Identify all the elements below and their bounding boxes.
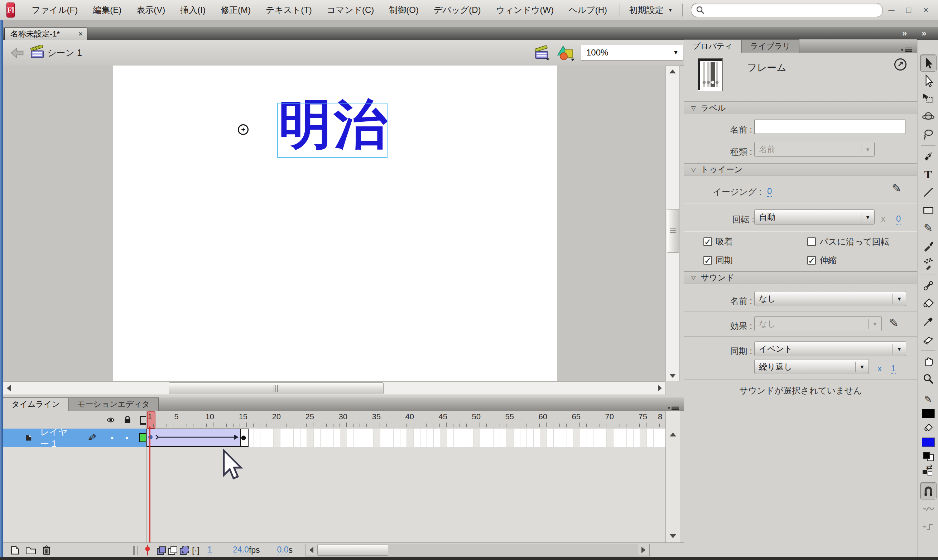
motion-tween-span[interactable]: [146, 429, 241, 447]
stage-hscrollbar[interactable]: [3, 382, 665, 395]
scroll-right-arrow[interactable]: [655, 382, 665, 395]
rotate-select[interactable]: 自動▼: [754, 209, 875, 225]
hscroll-thumb[interactable]: [317, 545, 388, 556]
deco-tool[interactable]: [920, 255, 936, 272]
menu-item-3[interactable]: 挿入(I): [173, 0, 213, 20]
lock-layers-icon[interactable]: [123, 415, 132, 424]
new-layer-button[interactable]: [10, 545, 20, 555]
modify-markers-button[interactable]: [·]: [192, 545, 200, 555]
text-tool[interactable]: T: [920, 166, 936, 183]
pencil-tool[interactable]: ✎: [920, 220, 936, 237]
fill-color-swatch[interactable]: [920, 435, 936, 449]
section-sound[interactable]: ▽ サウンド: [684, 271, 917, 284]
timeline-empty-area[interactable]: [3, 447, 665, 543]
paint-bucket-tool[interactable]: [920, 295, 936, 312]
timeline-hscrollbar[interactable]: [305, 544, 650, 557]
minimize-button[interactable]: ─: [883, 0, 900, 20]
scroll-left-arrow[interactable]: [3, 382, 14, 395]
document-tab[interactable]: 名称未設定-1* ×: [4, 28, 88, 40]
bone-tool[interactable]: [920, 277, 936, 294]
close-icon[interactable]: ×: [74, 29, 87, 38]
zoom-level-combobox[interactable]: 100% ▼: [581, 45, 683, 60]
menu-item-7[interactable]: 制御(O): [382, 0, 426, 20]
brush-tool[interactable]: [920, 237, 936, 255]
onion-skin-button[interactable]: [157, 546, 165, 554]
orient-to-path-checkbox[interactable]: パスに沿って回転: [807, 236, 889, 248]
scale-checkbox[interactable]: ✓ 伸縮: [807, 255, 836, 266]
edit-envelope-pencil-icon[interactable]: ✎: [889, 316, 899, 330]
section-tween[interactable]: ▽ トゥイーン: [684, 163, 917, 176]
tab-motion-editor[interactable]: モーションエディタ: [69, 397, 159, 411]
search-box[interactable]: [691, 3, 883, 17]
smooth-option[interactable]: [920, 500, 936, 517]
stroke-color-swatch[interactable]: [920, 407, 936, 420]
pen-tool[interactable]: [920, 148, 936, 165]
eyedropper-tool[interactable]: [920, 313, 936, 330]
quick-jump-icon[interactable]: ↗: [894, 58, 907, 71]
scroll-down-arrow[interactable]: [666, 370, 679, 381]
tab-library[interactable]: ライブラリ: [742, 39, 800, 52]
free-transform-tool[interactable]: [920, 90, 936, 108]
new-folder-button[interactable]: [25, 546, 37, 555]
fill-color-control[interactable]: [920, 421, 936, 435]
layer-lock-dot[interactable]: ●: [125, 435, 129, 441]
panel-menu-icon[interactable]: ▾: [901, 47, 912, 52]
selection-tool[interactable]: [920, 54, 936, 72]
3d-rotation-tool[interactable]: [920, 108, 936, 125]
timeline-vscrollbar[interactable]: [665, 411, 680, 543]
close-button[interactable]: ×: [917, 0, 935, 20]
layer-frames-divider[interactable]: [146, 411, 146, 543]
sound-repeat-select[interactable]: 繰り返し▼: [754, 359, 869, 374]
vscroll-thumb[interactable]: [667, 209, 679, 253]
repeat-count-value[interactable]: 1: [891, 363, 896, 374]
label-name-input[interactable]: [754, 120, 906, 134]
edit-multiple-frames-button[interactable]: [180, 546, 188, 554]
edit-easing-pencil-icon[interactable]: ✎: [892, 182, 901, 195]
menu-item-4[interactable]: 修正(M): [213, 0, 258, 20]
panel-resize-grip[interactable]: [133, 546, 138, 555]
collapse-panels-icon[interactable]: »: [902, 28, 906, 38]
frame-rate-value[interactable]: 24.0: [233, 545, 249, 555]
scroll-down-arrow[interactable]: [666, 531, 680, 542]
center-frame-button[interactable]: [144, 545, 151, 556]
straighten-option[interactable]: [920, 518, 936, 535]
delete-layer-button[interactable]: [42, 545, 52, 556]
menu-item-6[interactable]: コマンド(C): [319, 0, 382, 20]
scroll-left-arrow[interactable]: [306, 544, 317, 555]
zoom-tool[interactable]: [920, 371, 936, 388]
stage-vscrollbar[interactable]: [665, 66, 680, 382]
stage-canvas[interactable]: 明治 +: [113, 66, 557, 382]
edit-symbols-button[interactable]: [556, 45, 575, 61]
scroll-up-arrow[interactable]: [666, 429, 680, 440]
frame-ruler[interactable]: 1510152025303540455055606570758: [146, 411, 665, 429]
layer-row[interactable]: レイヤー 1 ✎ ● ●: [3, 429, 146, 447]
sound-name-select[interactable]: なし▼: [754, 291, 906, 306]
layer-name[interactable]: レイヤー 1: [40, 426, 74, 450]
search-input[interactable]: [708, 4, 883, 16]
tab-properties[interactable]: プロパティ: [684, 39, 742, 52]
hand-tool[interactable]: [920, 353, 936, 370]
keyframe-cell[interactable]: [240, 429, 248, 447]
edit-scene-button[interactable]: [534, 46, 550, 60]
eraser-tool[interactable]: [920, 331, 936, 348]
scroll-right-arrow[interactable]: [638, 544, 648, 555]
back-arrow-icon[interactable]: [11, 48, 24, 58]
maximize-button[interactable]: □: [900, 0, 917, 20]
stroke-color-control[interactable]: ✎: [920, 392, 936, 406]
section-label[interactable]: ▽ ラベル: [684, 102, 917, 114]
menu-item-8[interactable]: デバッグ(D): [426, 0, 488, 20]
tab-timeline[interactable]: タイムライン: [3, 397, 69, 411]
sound-sync-select[interactable]: イベント▼: [754, 341, 906, 356]
workspace-switcher[interactable]: 初期設定 ▼: [625, 4, 677, 16]
layer-outline-color-swatch[interactable]: [139, 433, 146, 442]
show-hide-layers-icon[interactable]: [106, 416, 116, 424]
black-white-button[interactable]: [920, 450, 936, 463]
scroll-up-arrow[interactable]: [666, 66, 679, 77]
onion-skin-outlines-button[interactable]: [168, 546, 176, 554]
panel-menu-icon[interactable]: ▾: [668, 405, 679, 411]
easing-value[interactable]: 0: [767, 186, 772, 197]
elapsed-time-value[interactable]: 0.0: [277, 545, 289, 555]
snap-checkbox[interactable]: ✓ 吸着: [704, 236, 733, 248]
rectangle-tool[interactable]: [920, 202, 936, 219]
sync-checkbox[interactable]: ✓ 同期: [704, 255, 733, 266]
